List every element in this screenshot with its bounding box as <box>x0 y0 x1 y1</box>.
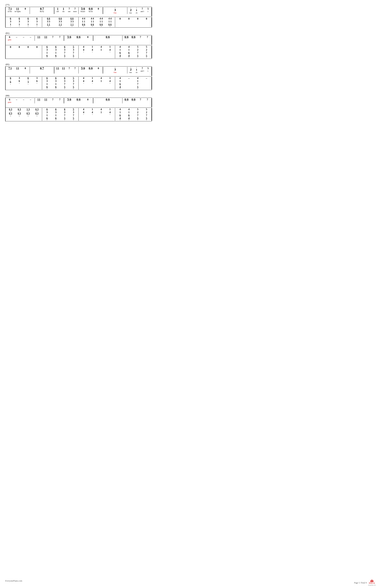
note-cell: 6̣ 7̣ Ba-by <box>31 7 53 13</box>
system-77: (77) 7̣ i̤ in-fin- i̤ i̤ <box>5 3 152 28</box>
note-cell: 6̣ 6̣ ful lie <box>87 7 94 13</box>
bass-cell: 0 <box>116 17 124 21</box>
note: 0 <box>119 17 121 21</box>
note: 5 <box>147 7 149 10</box>
bass-cell: 6 63 31 1 <box>66 17 78 27</box>
measure-number-77: (77) <box>5 3 152 6</box>
chord: 6 63 31 1 <box>70 17 73 27</box>
chord: 4 41 16 6 <box>91 17 94 27</box>
note: 7̣ i̤ <box>8 7 12 10</box>
bass-cell: 4 41 16 6 <box>88 17 97 27</box>
system-89: (89) 6gnite – – – i̤ i̤ i̤ i̤ <box>5 94 152 121</box>
lyric: and I <box>140 10 144 13</box>
chord: 4 41 16 6 <box>109 17 112 27</box>
measure-number-81: (81) <box>5 32 152 35</box>
note-cell: i̇ ch <box>134 7 139 14</box>
chord: 4 41 16 6 <box>82 17 85 27</box>
note-cell: 7 more <box>72 7 78 13</box>
lyric: Ba-by <box>40 10 44 13</box>
bass-cell: 6 63 31 1 <box>54 17 66 27</box>
lyric: in-fin- <box>8 10 12 13</box>
system-81: (81) 6gnite – – – i̤ i̤ i̤ i̤ <box>5 32 152 59</box>
note: 7 <box>69 7 70 10</box>
bass-cell: 4 41 16 6 <box>97 17 105 27</box>
note-cell: 5 i- <box>145 7 151 13</box>
note: i̤ <box>57 7 58 10</box>
note: 3̇ <box>114 7 116 12</box>
note: 0 <box>25 7 26 10</box>
note-cell: i̤ me <box>61 7 66 13</box>
note: 0 <box>146 17 147 21</box>
bass-cell: 0 <box>142 17 151 21</box>
note: i̤ <box>63 7 64 10</box>
note-cell: i̤ tell <box>55 7 60 13</box>
note: i̤ i̤ <box>16 7 19 10</box>
system-85: (85) 7̣ i̤ i̤ i̤ 0 6̣ 7̣ <box>5 63 152 90</box>
note-cell: 0 <box>22 7 29 10</box>
note-cell: 7 and I <box>140 7 145 13</box>
note: 0 <box>98 7 99 10</box>
lyric: more <box>73 10 77 13</box>
chord: 4 41 16 6 <box>100 17 103 27</box>
chord: 6 63 31 1 <box>47 17 50 27</box>
lyric: i- <box>148 10 149 13</box>
note-cell: 7 one <box>67 7 72 13</box>
lyric-red: One <box>113 12 116 14</box>
note: 5̣ 6̣ <box>81 7 85 10</box>
note: 6̣ 7̣ <box>40 7 44 10</box>
note: 7 <box>74 7 76 10</box>
note: 7 <box>142 7 143 10</box>
bass-cell: 0 <box>125 17 133 21</box>
note: i̇ <box>136 7 137 12</box>
lyric: ch <box>136 12 137 14</box>
note-cell: i̤ i̤ ite lights <box>14 7 21 13</box>
bass-cell: 4 41 16 6 <box>79 17 88 27</box>
bass-cell: 4 41 16 6 <box>106 17 114 27</box>
note-cell: 7̣ i̤ in-fin- <box>6 7 14 13</box>
note: 6̣ 6̣ <box>89 7 93 10</box>
lyric: tell <box>57 10 59 13</box>
chord: 631 <box>10 17 11 27</box>
lyric: ite lights <box>15 10 21 13</box>
lyric: tou- <box>130 12 132 14</box>
note-cell: 0 <box>95 7 102 10</box>
measure-number-89: (89) <box>5 94 152 97</box>
lyric: beauti- <box>81 10 86 13</box>
chord: 631 <box>36 17 38 27</box>
chord: 631 <box>28 17 29 27</box>
lyric: one <box>68 10 70 13</box>
note: 2̇ <box>130 7 132 12</box>
bass-cell: 631 <box>33 17 41 27</box>
lyric: me <box>62 10 65 13</box>
measure-number-85: (85) <box>5 63 152 66</box>
chord: 6 63 31 1 <box>59 17 62 27</box>
bass-cell: 631 <box>24 17 32 27</box>
bass-cell: 6 63 31 1 <box>43 17 54 27</box>
lyric: ful lie <box>89 10 93 13</box>
note-cell: 3̇ One <box>104 7 127 14</box>
note: 0 <box>128 17 130 21</box>
bass-cell: 631 <box>15 17 23 27</box>
chord: 631 <box>19 17 20 27</box>
note: 0 <box>137 17 138 21</box>
note-cell: 2̇ tou- <box>128 7 134 14</box>
bass-cell: 0 <box>134 17 142 21</box>
sheet-music-page: (77) 7̣ i̤ in-fin- i̤ i̤ <box>5 3 152 121</box>
bass-cell: 631 <box>6 17 15 27</box>
note-cell: 5̣ 6̣ beauti- <box>79 7 87 13</box>
